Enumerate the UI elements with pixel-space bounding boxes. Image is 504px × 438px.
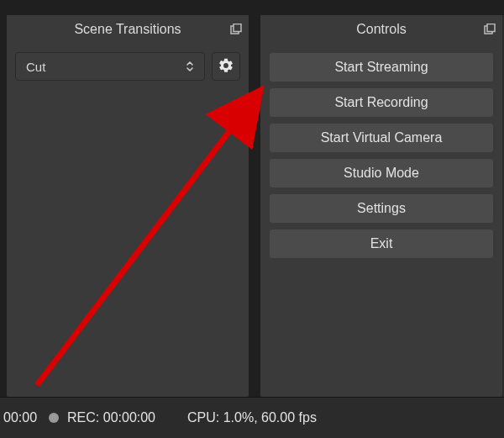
button-label: Start Recording xyxy=(334,95,428,110)
status-cpu-value: 1.0%, 60.00 fps xyxy=(223,410,317,425)
transition-combo-value: Cut xyxy=(26,60,45,74)
mid-gap xyxy=(249,15,260,397)
svg-rect-3 xyxy=(487,24,495,32)
start-virtual-camera-button[interactable]: Start Virtual Camera xyxy=(269,123,494,153)
button-label: Settings xyxy=(357,201,406,216)
scene-transitions-title: Scene Transitions xyxy=(74,22,181,36)
svg-rect-1 xyxy=(234,24,241,32)
popout-icon[interactable] xyxy=(482,22,497,37)
status-cpu-group: CPU: 1.0%, 60.00 fps xyxy=(187,410,317,425)
settings-button[interactable]: Settings xyxy=(269,193,494,224)
status-partial-time: 00:00 xyxy=(3,410,37,425)
studio-mode-button[interactable]: Studio Mode xyxy=(269,158,494,188)
updown-icon xyxy=(182,60,197,73)
exit-button[interactable]: Exit xyxy=(269,229,494,259)
status-cpu-label: CPU: xyxy=(187,410,219,425)
top-gap xyxy=(0,0,504,15)
scene-transitions-panel: Scene Transitions Cut xyxy=(7,15,249,397)
status-bar: 00:00 REC: 00:00:00 CPU: 1.0%, 60.00 fps xyxy=(0,397,504,438)
controls-header: Controls xyxy=(260,15,502,44)
scene-transitions-header: Scene Transitions xyxy=(7,15,249,44)
button-label: Start Streaming xyxy=(334,60,428,75)
button-label: Studio Mode xyxy=(344,166,419,181)
button-label: Start Virtual Camera xyxy=(321,130,443,145)
record-dot-icon xyxy=(49,413,59,423)
controls-title: Controls xyxy=(356,22,407,36)
status-left-partial: 00:00 xyxy=(0,410,37,425)
gear-icon xyxy=(218,57,234,77)
status-rec-label: REC: xyxy=(67,410,99,425)
start-recording-button[interactable]: Start Recording xyxy=(269,87,494,118)
status-rec-time: 00:00:00 xyxy=(103,410,155,425)
popout-icon[interactable] xyxy=(228,22,244,37)
controls-panel: Controls Start Streaming Start Recording… xyxy=(260,15,502,397)
status-rec-group: REC: 00:00:00 xyxy=(49,410,155,425)
transition-combo[interactable]: Cut xyxy=(15,52,205,81)
transition-settings-button[interactable] xyxy=(212,52,240,81)
left-gap xyxy=(0,15,7,397)
button-label: Exit xyxy=(370,236,393,251)
start-streaming-button[interactable]: Start Streaming xyxy=(269,52,494,82)
